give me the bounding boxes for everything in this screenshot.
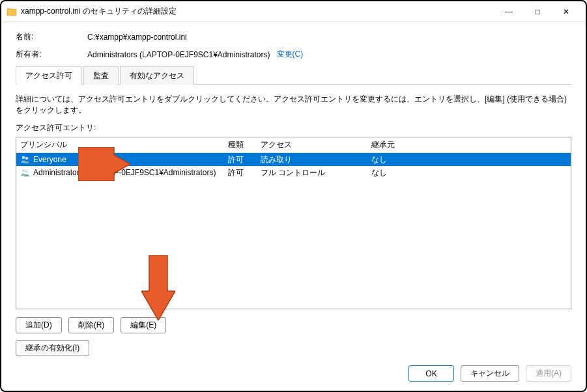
svg-point-0: [22, 156, 25, 160]
inherit-row: 継承の有効化(I): [16, 340, 571, 356]
ok-button[interactable]: OK: [408, 365, 454, 382]
svg-point-3: [25, 170, 29, 173]
name-value: C:¥xampp¥xampp-control.ini: [87, 33, 187, 42]
add-button[interactable]: 追加(D): [16, 317, 62, 333]
permission-entries-list: プリンシパル 種類 アクセス 継承元 Everyone 許可 読み取り なし A…: [16, 137, 571, 309]
owner-row: 所有者: Administrators (LAPTOP-0EJF9SC1¥Adm…: [16, 49, 571, 60]
entry-access: 読み取り: [261, 154, 371, 165]
entry-type: 許可: [228, 167, 261, 178]
entry-inherited: なし: [371, 154, 571, 165]
window-controls: — □ ✕: [494, 3, 580, 21]
entry-inherited: なし: [371, 167, 571, 178]
name-label: 名前:: [16, 31, 87, 42]
minimize-button[interactable]: —: [494, 3, 523, 21]
header-inherited[interactable]: 継承元: [371, 139, 571, 150]
owner-label: 所有者:: [16, 49, 87, 60]
principal-name: Administrators (LAPTOP-0EJF9SC1¥Administ…: [33, 168, 216, 177]
svg-point-2: [22, 169, 25, 173]
window-title: xampp-control.ini のセキュリティの詳細設定: [21, 6, 177, 17]
tab-strip: アクセス許可 監査 有効なアクセス: [16, 66, 571, 85]
help-text: 詳細については、アクセス許可エントリをダブルクリックしてください。アクセス許可エ…: [16, 94, 571, 116]
content-area: 名前: C:¥xampp¥xampp-control.ini 所有者: Admi…: [1, 22, 586, 356]
cancel-button[interactable]: キャンセル: [461, 365, 519, 382]
footer-buttons: OK キャンセル 適用(A): [408, 365, 571, 382]
apply-button[interactable]: 適用(A): [526, 365, 571, 382]
header-access[interactable]: アクセス: [261, 139, 371, 150]
tab-effective-access[interactable]: 有効なアクセス: [120, 66, 194, 85]
permission-entry-row[interactable]: Administrators (LAPTOP-0EJF9SC1¥Administ…: [16, 166, 571, 179]
tab-audit[interactable]: 監査: [83, 66, 119, 85]
edit-button[interactable]: 編集(E): [121, 317, 166, 333]
header-type[interactable]: 種類: [228, 139, 261, 150]
principal-name: Everyone: [33, 155, 66, 164]
svg-point-1: [25, 157, 29, 160]
users-icon: [20, 154, 31, 165]
entry-type: 許可: [228, 154, 261, 165]
titlebar: xampp-control.ini のセキュリティの詳細設定 — □ ✕: [1, 1, 586, 22]
entry-buttons-row: 追加(D) 削除(R) 編集(E): [16, 317, 571, 333]
enable-inheritance-button[interactable]: 継承の有効化(I): [16, 340, 89, 356]
tab-permissions[interactable]: アクセス許可: [16, 66, 82, 85]
remove-button[interactable]: 削除(R): [68, 317, 115, 333]
entry-access: フル コントロール: [261, 167, 371, 178]
permission-entry-row[interactable]: Everyone 許可 読み取り なし: [16, 153, 571, 166]
name-row: 名前: C:¥xampp¥xampp-control.ini: [16, 31, 571, 42]
header-principal[interactable]: プリンシパル: [16, 139, 228, 150]
users-icon: [20, 167, 31, 178]
folder-icon: [7, 7, 17, 17]
entries-label: アクセス許可エントリ:: [16, 122, 571, 133]
owner-value: Administrators (LAPTOP-0EJF9SC1¥Administ…: [87, 50, 270, 59]
close-button[interactable]: ✕: [552, 3, 580, 21]
change-owner-link[interactable]: 変更(C): [277, 49, 304, 60]
list-header: プリンシパル 種類 アクセス 継承元: [16, 137, 571, 153]
maximize-button[interactable]: □: [523, 3, 552, 21]
